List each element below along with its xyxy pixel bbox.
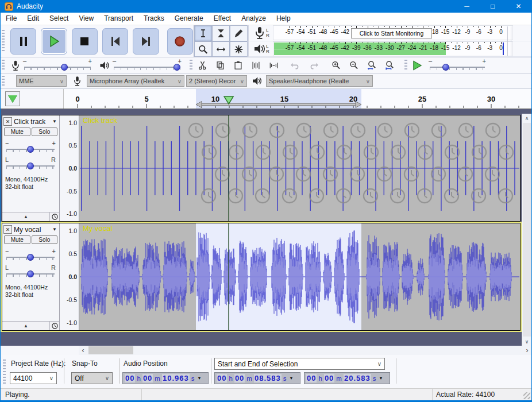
time-digits[interactable]: 00 (217, 374, 227, 382)
mixer-toolbar-grip[interactable] (2, 60, 5, 71)
time-unit-label[interactable]: m (246, 375, 252, 382)
zoom-tool-button[interactable] (194, 41, 212, 57)
track-pan-thumb[interactable] (27, 163, 34, 169)
time-digits[interactable]: 20.583 (344, 374, 371, 382)
playback-volume-thumb[interactable] (174, 64, 180, 71)
fit-project-button[interactable] (381, 58, 398, 72)
record-meter-body[interactable]: -57-54-51-48-45-42-39-36-33-30-27-24-21-… (273, 25, 513, 40)
track-collapse-button[interactable]: ▲ (2, 212, 49, 221)
sync-lock-icon-button[interactable] (49, 212, 59, 221)
time-unit-label[interactable]: h (229, 375, 232, 382)
toolbar-grip[interactable] (2, 30, 5, 52)
track-pan-slider[interactable]: L R (5, 265, 56, 279)
mute-button[interactable]: Mute (4, 235, 30, 244)
waveform-vocal-track[interactable]: My vocal (79, 223, 520, 330)
track-gain-thumb[interactable] (27, 254, 34, 261)
recording-volume-thumb[interactable] (61, 64, 68, 71)
play-speed-thumb[interactable] (442, 64, 449, 71)
menu-item-help[interactable]: Help (271, 13, 296, 25)
menu-item-analyze[interactable]: Analyze (236, 13, 271, 25)
recording-meter[interactable]: LR -57-54-51-48-45-42-39-36-33-30-27-24-… (249, 25, 531, 41)
time-field-dropdown-icon[interactable]: ▼ (379, 376, 383, 380)
undo-button[interactable] (287, 58, 304, 72)
track-name-menu[interactable]: My vocal ▼ (14, 226, 58, 234)
horizontal-scroll-thumb[interactable] (88, 346, 133, 354)
time-unit-label[interactable]: s (373, 375, 376, 382)
selection-start-field[interactable]: 00h00m08.583s▼ (214, 372, 300, 384)
zoom-out-button[interactable] (346, 58, 363, 72)
track-name-menu[interactable]: Click track ▼ (14, 118, 58, 126)
time-digits[interactable]: 08.583 (254, 374, 282, 382)
audio-position-field[interactable]: 00h00m10.963s▼ (122, 372, 209, 384)
meter-resize-grip[interactable] (507, 26, 514, 56)
paste-button[interactable] (230, 58, 246, 72)
playback-meter-body[interactable]: -57-54-51-48-45-42-39-36-33-30-27-24-21-… (273, 41, 513, 56)
fit-selection-button[interactable] (364, 58, 380, 72)
recording-volume-slider[interactable]: – + (23, 59, 92, 72)
minimize-button[interactable]: ─ (454, 0, 480, 13)
time-digits[interactable]: 10.963 (162, 374, 190, 382)
menu-item-transport[interactable]: Transport (99, 13, 138, 25)
track-gain-slider[interactable]: − + (5, 141, 56, 154)
resize-grip[interactable] (523, 392, 530, 399)
play-at-speed-button[interactable] (409, 58, 426, 72)
cut-button[interactable] (194, 58, 211, 72)
amplitude-ruler[interactable]: 1.00.50.0-0.5-1.0 (60, 223, 79, 330)
timeline-ruler[interactable]: 051015202530 (64, 89, 531, 109)
vertical-scroll-thumb[interactable] (523, 123, 531, 337)
mute-button[interactable]: Mute (4, 127, 30, 136)
time-unit-label[interactable]: s (283, 375, 287, 382)
solo-button[interactable]: Solo (32, 235, 58, 244)
playback-meter[interactable]: LR -57-54-51-48-45-42-39-36-33-30-27-24-… (249, 41, 531, 57)
time-field-dropdown-icon[interactable]: ▼ (197, 376, 201, 380)
scroll-down-button[interactable]: ∨ (522, 337, 531, 346)
audio-host-select[interactable]: MME∨ (16, 75, 67, 87)
silence-audio-button[interactable] (265, 58, 282, 72)
menu-item-tracks[interactable]: Tracks (138, 13, 169, 25)
menu-item-file[interactable]: File (1, 13, 22, 25)
recording-channels-select[interactable]: 2 (Stereo) Recor∨ (186, 75, 247, 87)
track-gain-thumb[interactable] (27, 146, 34, 153)
time-digits[interactable]: 00 (234, 374, 245, 382)
playback-volume-slider[interactable]: – + (113, 59, 182, 72)
solo-button[interactable]: Solo (32, 127, 58, 136)
menu-item-edit[interactable]: Edit (22, 13, 44, 25)
snap-to-select[interactable]: Off∨ (71, 372, 113, 384)
recording-device-select[interactable]: Microphone Array (Realtek∨ (87, 75, 184, 87)
time-unit-label[interactable]: h (137, 375, 140, 382)
play-at-speed-grip[interactable] (404, 60, 407, 71)
record-button[interactable] (167, 28, 193, 55)
draw-tool-button[interactable] (230, 25, 248, 41)
skip-to-end-button[interactable] (133, 28, 159, 55)
scroll-up-button[interactable]: ∧ (522, 114, 531, 122)
selection-toolbar-grip[interactable] (3, 360, 6, 384)
time-digits[interactable]: 00 (306, 374, 317, 382)
pause-button[interactable] (10, 28, 36, 55)
track-close-button[interactable]: ✕ (3, 117, 12, 126)
envelope-tool-button[interactable] (212, 25, 230, 41)
menu-item-view[interactable]: View (74, 13, 99, 25)
menu-item-effect[interactable]: Effect (209, 13, 236, 25)
time-digits[interactable]: 00 (324, 374, 334, 382)
monitoring-tooltip[interactable]: Click to Start Monitoring (351, 28, 432, 38)
menu-item-select[interactable]: Select (44, 13, 74, 25)
time-shift-tool-button[interactable] (212, 41, 230, 57)
selection-tool-button[interactable] (194, 25, 212, 41)
time-unit-label[interactable]: m (155, 375, 160, 382)
play-button[interactable] (41, 28, 67, 55)
playback-device-select[interactable]: Speaker/Headphone (Realte∨ (266, 75, 373, 87)
track-pan-slider[interactable]: L R (5, 157, 56, 171)
waveform-click-track[interactable]: Click track (79, 115, 520, 221)
stop-button[interactable] (72, 28, 98, 55)
edit-toolbar-grip[interactable] (190, 60, 192, 71)
multi-tool-button[interactable] (230, 41, 248, 57)
sync-lock-icon-button[interactable] (49, 322, 59, 330)
time-digits[interactable]: 00 (142, 374, 153, 382)
pinned-playhead-button[interactable] (5, 91, 20, 106)
track-pan-thumb[interactable] (27, 270, 34, 277)
track-collapse-button[interactable]: ▲ (2, 322, 49, 330)
horizontal-scrollbar[interactable]: ‹ › (79, 346, 531, 355)
skip-to-start-button[interactable] (102, 28, 128, 55)
menu-item-generate[interactable]: Generate (169, 13, 209, 25)
trim-audio-button[interactable] (248, 58, 264, 72)
